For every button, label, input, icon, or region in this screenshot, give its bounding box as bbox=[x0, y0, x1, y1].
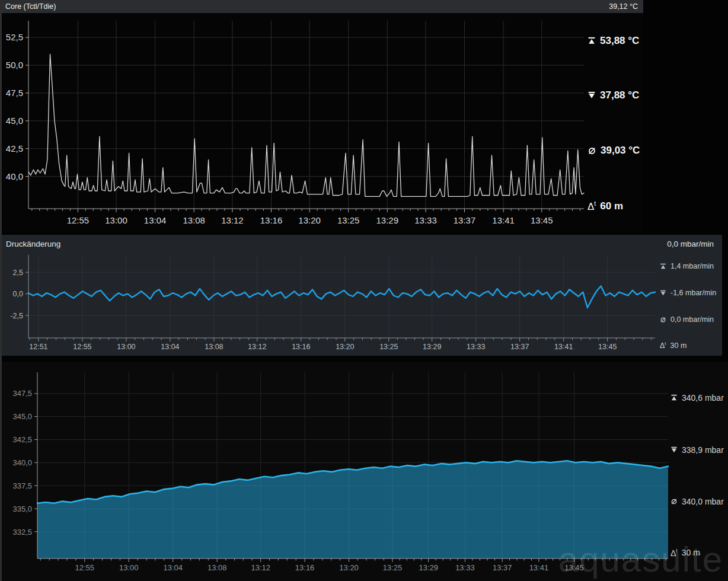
svg-text:50,0: 50,0 bbox=[6, 60, 23, 70]
druck-current-value: 0,0 mbar/min bbox=[667, 240, 714, 248]
svg-text:12:55: 12:55 bbox=[73, 343, 91, 351]
svg-text:335,0: 335,0 bbox=[12, 505, 32, 513]
svg-text:13:12: 13:12 bbox=[221, 215, 244, 225]
svg-text:13:04: 13:04 bbox=[144, 215, 167, 225]
svg-text:13:41: 13:41 bbox=[554, 343, 573, 351]
pressure-chart: 347,5345,0342,5340,0337,5335,0332,512:55… bbox=[0, 362, 728, 581]
svg-text:-2,5: -2,5 bbox=[10, 312, 23, 320]
svg-text:13:29: 13:29 bbox=[419, 563, 438, 572]
svg-text:13:00: 13:00 bbox=[105, 215, 127, 225]
svg-text:13:00: 13:00 bbox=[119, 563, 139, 572]
svg-text:13:20: 13:20 bbox=[298, 215, 321, 225]
svg-text:13:33: 13:33 bbox=[455, 563, 475, 572]
svg-text:347,5: 347,5 bbox=[12, 389, 32, 398]
max-icon bbox=[587, 37, 596, 45]
mbar-timespan-stat: Δt 30 m bbox=[670, 548, 700, 558]
core-timespan-value: 60 m bbox=[600, 200, 623, 212]
druck-min-value: -1,6 mbar/min bbox=[670, 289, 716, 297]
svg-text:47,5: 47,5 bbox=[6, 88, 23, 98]
svg-text:13:41: 13:41 bbox=[492, 215, 515, 225]
svg-text:13:33: 13:33 bbox=[414, 215, 437, 225]
svg-text:40,0: 40,0 bbox=[6, 171, 23, 181]
core-max-value: 53,88 °C bbox=[600, 35, 639, 47]
core-min-value: 37,88 °C bbox=[600, 90, 639, 101]
average-icon bbox=[670, 498, 678, 505]
svg-text:337,5: 337,5 bbox=[12, 481, 32, 490]
core-current-value: 39,12 °C bbox=[609, 2, 638, 11]
mbar-max-value: 340,6 mbar bbox=[682, 393, 724, 403]
svg-text:342,5: 342,5 bbox=[12, 435, 32, 444]
svg-text:13:25: 13:25 bbox=[379, 343, 398, 351]
svg-text:52,5: 52,5 bbox=[6, 32, 23, 42]
min-icon bbox=[660, 290, 666, 296]
svg-text:13:33: 13:33 bbox=[467, 343, 485, 351]
average-icon bbox=[660, 317, 666, 323]
svg-text:13:37: 13:37 bbox=[493, 563, 512, 572]
mbar-timespan-value: 30 m bbox=[682, 548, 700, 557]
druck-max-stat: 1,4 mbar/min bbox=[660, 262, 714, 270]
core-timespan-stat: Δt 60 m bbox=[587, 200, 623, 213]
svg-text:13:12: 13:12 bbox=[251, 563, 270, 572]
mbar-avg-value: 340,0 mbar bbox=[682, 497, 724, 506]
svg-text:13:04: 13:04 bbox=[161, 343, 179, 351]
druck-max-value: 1,4 mbar/min bbox=[670, 262, 714, 270]
svg-text:12:55: 12:55 bbox=[75, 563, 95, 572]
druck-avg-stat: 0,0 mbar/min bbox=[660, 315, 714, 324]
svg-text:340,0: 340,0 bbox=[12, 458, 32, 467]
svg-text:13:16: 13:16 bbox=[292, 343, 310, 351]
average-icon bbox=[587, 146, 596, 155]
pressure-change-chart: 2,50,0-2,512:5112:5513:0013:0413:0813:12… bbox=[0, 235, 722, 356]
svg-text:13:37: 13:37 bbox=[454, 215, 476, 225]
mbar-max-stat: 340,6 mbar bbox=[670, 393, 724, 403]
svg-text:13:00: 13:00 bbox=[117, 343, 135, 351]
aquasuite-overview-page: { "app": { "watermark": "aquasuite" }, "… bbox=[0, 0, 728, 581]
pressure-panel: 347,5345,0342,5340,0337,5335,0332,512:55… bbox=[0, 362, 728, 581]
druck-timespan-stat: Δt 30 m bbox=[660, 341, 687, 350]
svg-text:2,5: 2,5 bbox=[13, 269, 23, 277]
svg-text:345,0: 345,0 bbox=[12, 412, 32, 421]
mbar-avg-stat: 340,0 mbar bbox=[670, 497, 724, 506]
svg-text:13:16: 13:16 bbox=[295, 563, 315, 572]
mbar-min-value: 338,9 mbar bbox=[682, 445, 724, 455]
svg-text:13:37: 13:37 bbox=[510, 343, 529, 351]
svg-text:13:25: 13:25 bbox=[383, 563, 403, 572]
svg-text:0,0: 0,0 bbox=[13, 290, 23, 298]
min-icon bbox=[587, 91, 596, 100]
mbar-min-stat: 338,9 mbar bbox=[670, 445, 724, 455]
window-edge bbox=[0, 0, 2, 581]
svg-text:13:29: 13:29 bbox=[376, 215, 399, 225]
svg-text:13:20: 13:20 bbox=[339, 563, 359, 572]
svg-text:13:04: 13:04 bbox=[164, 563, 183, 572]
core-temperature-panel: Core (Tctl/Tdie) 39,12 °C 52,550,047,545… bbox=[0, 0, 643, 232]
druck-timespan-value: 30 m bbox=[670, 341, 687, 350]
svg-text:13:16: 13:16 bbox=[260, 215, 283, 225]
svg-text:13:08: 13:08 bbox=[183, 215, 205, 225]
pressure-change-panel: 2,50,0-2,512:5112:5513:0013:0413:0813:12… bbox=[0, 235, 722, 356]
svg-text:13:20: 13:20 bbox=[336, 343, 354, 351]
svg-text:13:12: 13:12 bbox=[248, 343, 266, 351]
max-icon bbox=[660, 263, 666, 270]
druck-panel-title: Druckänderung bbox=[6, 240, 60, 248]
svg-text:13:25: 13:25 bbox=[337, 215, 360, 225]
core-temperature-chart: 52,550,047,545,042,540,012:5513:0013:041… bbox=[0, 13, 643, 232]
druck-min-stat: -1,6 mbar/min bbox=[660, 289, 716, 297]
svg-text:45,0: 45,0 bbox=[6, 116, 23, 126]
core-panel-title: Core (Tctl/Tdie) bbox=[5, 2, 56, 11]
svg-text:13:08: 13:08 bbox=[205, 343, 223, 351]
svg-text:13:45: 13:45 bbox=[598, 343, 617, 351]
core-avg-stat: 39,03 °C bbox=[587, 145, 640, 157]
svg-text:13:29: 13:29 bbox=[423, 343, 441, 351]
svg-text:12:55: 12:55 bbox=[67, 215, 90, 225]
svg-text:332,5: 332,5 bbox=[12, 528, 32, 537]
timespan-icon: Δt bbox=[670, 548, 678, 558]
timespan-icon: Δt bbox=[587, 200, 596, 213]
svg-text:13:45: 13:45 bbox=[531, 215, 553, 225]
druck-avg-value: 0,0 mbar/min bbox=[670, 315, 714, 324]
max-icon bbox=[670, 394, 678, 401]
min-icon bbox=[670, 446, 678, 454]
core-avg-value: 39,03 °C bbox=[601, 145, 640, 157]
svg-text:42,5: 42,5 bbox=[6, 143, 23, 154]
svg-text:12:51: 12:51 bbox=[29, 343, 47, 351]
core-panel-header: Core (Tctl/Tdie) 39,12 °C bbox=[0, 0, 643, 13]
core-min-stat: 37,88 °C bbox=[587, 90, 639, 101]
